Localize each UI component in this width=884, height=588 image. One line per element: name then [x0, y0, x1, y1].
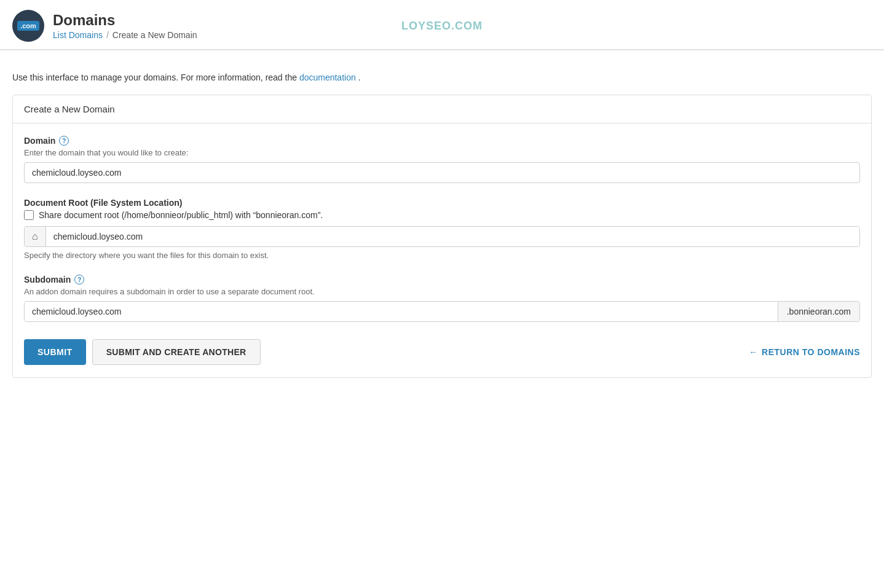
breadcrumb-separator: / — [106, 30, 109, 40]
page-wrapper: .com Domains List Domains / Create a New… — [0, 0, 884, 588]
doc-root-section: Document Root (File System Location) Sha… — [24, 198, 860, 260]
app-logo: .com — [12, 10, 44, 42]
subdomain-input-wrapper: .bonnieoran.com — [24, 301, 860, 322]
header-divider — [0, 50, 884, 50]
doc-root-hint: Specify the directory where you want the… — [24, 251, 860, 260]
intro-text-after: . — [358, 73, 361, 82]
doc-root-input[interactable] — [46, 227, 859, 246]
documentation-link[interactable]: documentation — [299, 73, 356, 82]
page-title: Domains — [53, 12, 197, 29]
return-to-domains-link[interactable]: ← RETURN TO DOMAINS — [749, 347, 860, 357]
share-doc-root-row: Share document root (/home/bonnieor/publ… — [24, 210, 860, 220]
doc-root-input-wrapper: ⌂ — [24, 226, 860, 247]
subdomain-label-text: Subdomain — [24, 275, 71, 284]
home-icon: ⌂ — [25, 227, 46, 246]
domain-label: Domain ? — [24, 136, 860, 146]
share-doc-root-label: Share document root (/home/bonnieor/publ… — [39, 210, 323, 220]
site-name: LOYSEO.COM — [401, 20, 483, 33]
domain-hint: Enter the domain that you would like to … — [24, 148, 860, 157]
domain-label-text: Domain — [24, 136, 55, 146]
actions-left: SUBMIT SUBMIT AND CREATE ANOTHER — [24, 339, 261, 365]
subdomain-section: Subdomain ? An addon domain requires a s… — [24, 275, 860, 322]
submit-button[interactable]: SUBMIT — [24, 339, 86, 365]
share-doc-root-checkbox[interactable] — [24, 210, 34, 220]
subdomain-input[interactable] — [25, 302, 778, 321]
subdomain-help-icon[interactable]: ? — [74, 275, 84, 284]
breadcrumb-current: Create a New Domain — [112, 30, 197, 40]
create-domain-card: Create a New Domain Domain ? Enter the d… — [12, 95, 872, 378]
domain-section: Domain ? Enter the domain that you would… — [24, 136, 860, 183]
intro-text: Use this interface to manage your domain… — [12, 73, 872, 82]
doc-root-label: Document Root (File System Location) — [24, 198, 860, 208]
subdomain-suffix: .bonnieoran.com — [778, 302, 859, 321]
actions-row: SUBMIT SUBMIT AND CREATE ANOTHER ← RETUR… — [24, 339, 860, 365]
doc-root-label-text: Document Root (File System Location) — [24, 198, 182, 208]
header: .com Domains List Domains / Create a New… — [0, 0, 884, 50]
card-body: Domain ? Enter the domain that you would… — [13, 123, 871, 377]
subdomain-label: Subdomain ? — [24, 275, 860, 284]
return-label: RETURN TO DOMAINS — [762, 347, 860, 357]
header-titles: Domains List Domains / Create a New Doma… — [53, 12, 197, 41]
submit-another-button[interactable]: SUBMIT AND CREATE ANOTHER — [92, 339, 261, 365]
card-header: Create a New Domain — [13, 95, 871, 123]
intro-text-before: Use this interface to manage your domain… — [12, 73, 297, 82]
return-arrow-icon: ← — [749, 347, 759, 357]
content-area: Use this interface to manage your domain… — [0, 60, 884, 390]
domain-help-icon[interactable]: ? — [59, 136, 69, 146]
breadcrumb-list-domains[interactable]: List Domains — [53, 30, 103, 40]
domain-input[interactable] — [24, 162, 860, 183]
logo-badge: .com — [17, 21, 39, 31]
subdomain-hint: An addon domain requires a subdomain in … — [24, 287, 860, 296]
breadcrumb: List Domains / Create a New Domain — [53, 30, 197, 40]
